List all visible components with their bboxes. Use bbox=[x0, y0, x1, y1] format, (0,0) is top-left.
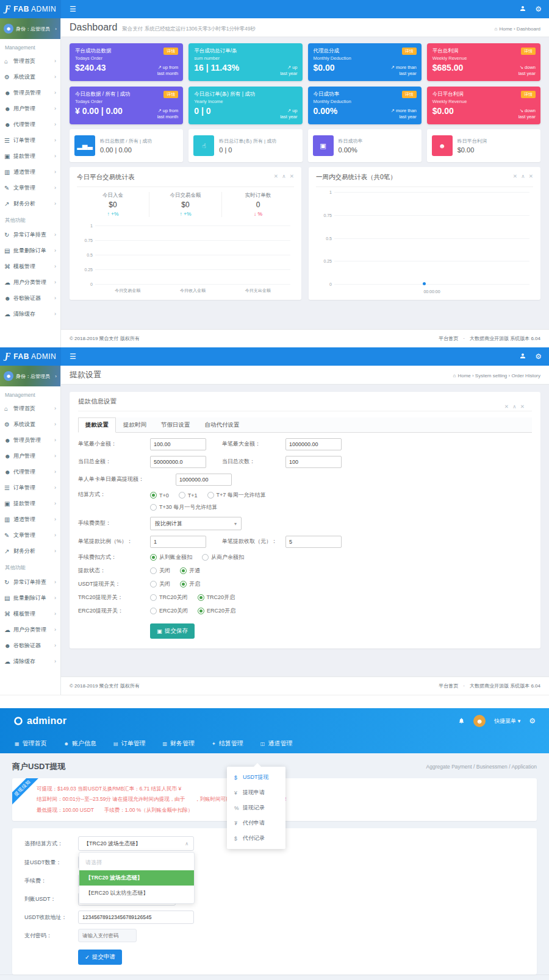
user-icon[interactable] bbox=[519, 5, 526, 14]
sidebar-item[interactable]: ☻ 管理员管理 › bbox=[0, 432, 60, 448]
dropdown-menu-item[interactable]: % 提现记录 bbox=[227, 800, 285, 815]
max-amount-input[interactable] bbox=[285, 438, 342, 450]
save-button[interactable]: ▣提交保存 bbox=[150, 623, 195, 639]
radio-erc20-on[interactable]: ERC20开启 bbox=[198, 607, 235, 615]
avatar[interactable]: ☻ bbox=[473, 715, 486, 727]
nav-item[interactable]: ▤ 订单管理 bbox=[113, 734, 146, 753]
footer-links[interactable]: 平台首页 · 大数据商业开源版 系统版本 6.04 bbox=[439, 335, 540, 342]
stat-card[interactable]: 今日总订单(条) 所有 | 成功 Yearly Income 0 | 0 ↗ u… bbox=[188, 87, 302, 124]
nav-item[interactable]: ◫ 通道管理 bbox=[260, 734, 293, 753]
sidebar-item[interactable]: ⚙ 系统设置 › bbox=[0, 69, 60, 85]
select-option[interactable]: 【ERC20 以太坊生态链】 bbox=[79, 886, 194, 901]
radio-t30[interactable]: T+30 每月一号允许结算 bbox=[150, 503, 217, 511]
sidebar-item[interactable]: ☁ 清除缓存 › bbox=[0, 653, 60, 669]
adminor-brand[interactable]: adminor bbox=[13, 715, 66, 726]
settings-tab[interactable]: 自动代付设置 bbox=[198, 417, 247, 433]
panel-controls[interactable]: ✕ ∧ ✕ bbox=[504, 403, 526, 410]
breadcrumb[interactable]: Aggregate Payment / Businessmen / Applic… bbox=[426, 764, 537, 770]
stat-card[interactable]: 平台成功总订单/条 sum number 16 | 11.43% ↗ uplas… bbox=[188, 43, 302, 81]
sidebar-item[interactable]: ☰ 订单管理 › bbox=[0, 132, 60, 148]
dropdown-menu-item[interactable]: ¥ 提现申请 bbox=[227, 785, 285, 800]
details-badge[interactable]: 详情 bbox=[402, 48, 417, 55]
sidebar-item[interactable]: ☻ 用户管理 › bbox=[0, 101, 60, 116]
stat-card[interactable]: 今日成功率 Monthly Deduction 0.00% 详情 ↗ more … bbox=[308, 87, 422, 124]
pay-password-input[interactable] bbox=[78, 929, 137, 942]
sidebar-user-panel[interactable]: ☻ 身份：总管理员 › bbox=[0, 18, 60, 39]
sidebar-item[interactable]: ↗ 财务分析 › bbox=[0, 543, 60, 559]
nav-item[interactable]: ☻ 账户信息 bbox=[64, 734, 96, 753]
fee-type-select[interactable]: 按比例计算▾ bbox=[150, 517, 242, 530]
sidebar-item[interactable]: ↗ 财务分析 › bbox=[0, 196, 60, 211]
settlement-method-select[interactable]: 【TRC20 波场生态链】 ∧ 请选择【TRC20 波场生态链】【ERC20 以… bbox=[78, 836, 194, 851]
sidebar-item[interactable]: ☻ 谷歌验证器 › bbox=[0, 290, 60, 306]
sidebar-item[interactable]: ☻ 管理员管理 › bbox=[0, 85, 60, 101]
nav-item[interactable]: ▦ 管理首页 bbox=[15, 734, 47, 753]
stat-card[interactable]: 平台总利润 Weekly Revenue $685.00 详情 ↘ downla… bbox=[427, 43, 540, 81]
panel-controls[interactable]: ✕ ∧ ✕ bbox=[274, 173, 295, 179]
settings-tab[interactable]: 提款时间 bbox=[116, 417, 154, 433]
day-total-input[interactable] bbox=[150, 456, 206, 468]
radio-t0[interactable]: T+0 bbox=[150, 492, 169, 499]
radio-t1[interactable]: T+1 bbox=[179, 492, 198, 499]
sidebar-item[interactable]: ⌂ 管理首页 › bbox=[0, 400, 60, 416]
personal-limit-input[interactable] bbox=[176, 474, 232, 486]
details-badge[interactable]: 详情 bbox=[163, 91, 178, 98]
radio-deduct-arrival[interactable]: 从到账金额扣 bbox=[150, 553, 192, 561]
sidebar-item[interactable]: ↻ 异常订单排查 › bbox=[0, 227, 60, 243]
radio-erc20-off[interactable]: ERC20关闭 bbox=[150, 607, 188, 615]
submit-apply-button[interactable]: ✓提交申请 bbox=[78, 950, 122, 965]
radio-t7[interactable]: T+7 每周一允许结算 bbox=[207, 491, 266, 499]
sidebar-item[interactable]: ☻ 代理管理 › bbox=[0, 116, 60, 132]
select-option[interactable]: 请选择 bbox=[79, 855, 194, 870]
panel-controls[interactable]: ✕ ∧ ✕ bbox=[513, 173, 534, 179]
ratio-input[interactable] bbox=[150, 536, 206, 548]
dropdown-menu-item[interactable]: ₮ 代付申请 bbox=[227, 815, 285, 831]
sidebar-item[interactable]: ✎ 文章管理 › bbox=[0, 180, 60, 196]
quick-menu[interactable]: 快捷菜单 ▾ bbox=[494, 717, 520, 725]
footer-links[interactable]: 平台首页 · 大数据商业开源版 系统版本 6.04 bbox=[439, 683, 540, 689]
nav-item[interactable]: ▥ 财务管理 bbox=[163, 734, 195, 753]
day-count-input[interactable] bbox=[285, 456, 342, 468]
radio-usdt-off[interactable]: 关闭 bbox=[150, 580, 170, 588]
sidebar-item[interactable]: ☻ 代理管理 › bbox=[0, 464, 60, 480]
radio-deduct-balance[interactable]: 从商户余额扣 bbox=[202, 553, 244, 561]
sidebar-item[interactable]: ☁ 用户分类管理 › bbox=[0, 274, 60, 290]
sidebar-item[interactable]: ▣ 提款管理 › bbox=[0, 148, 60, 164]
stat-card[interactable]: 平台成功总数据 Todays Order $240.43 详情 ↗ up fro… bbox=[70, 43, 183, 81]
sidebar-item[interactable]: ⌘ 模板管理 › bbox=[0, 606, 60, 622]
stat-card[interactable]: 今日平台利润 Weekly Revenue $0.00 详情 ↘ downlas… bbox=[427, 87, 540, 124]
sidebar-item[interactable]: ⌘ 模板管理 › bbox=[0, 258, 60, 274]
fab-brand[interactable]: Ƒ FAB ADMIN bbox=[0, 0, 61, 18]
dropdown-menu-item[interactable]: $ USDT提现 bbox=[227, 770, 285, 785]
sidebar-item[interactable]: ☁ 用户分类管理 › bbox=[0, 622, 60, 637]
select-option[interactable]: 【TRC20 波场生态链】 bbox=[79, 870, 194, 886]
radio-trc20-off[interactable]: TRC20关闭 bbox=[150, 594, 188, 602]
sidebar-item[interactable]: ⌂ 管理首页 › bbox=[0, 53, 60, 69]
stat-card[interactable]: 今日总数据 / 所有 | 成功 Todays Order ¥ 0.00 | 0.… bbox=[70, 87, 183, 124]
fab-brand[interactable]: Ƒ FAB ADMIN bbox=[0, 347, 61, 366]
radio-usdt-on[interactable]: 开启 bbox=[180, 580, 200, 588]
stat-card[interactable]: 代理总分成 Monthly Deduction $0.00 详情 ↗ more … bbox=[308, 43, 422, 81]
breadcrumb[interactable]: ⌂Home › Dashboard bbox=[495, 26, 540, 32]
bell-icon[interactable] bbox=[458, 717, 465, 725]
sidebar-item[interactable]: ☁ 清除缓存 › bbox=[0, 306, 60, 322]
details-badge[interactable]: 详情 bbox=[521, 91, 536, 98]
settings-gear-icon[interactable]: ⚙ bbox=[535, 352, 542, 361]
min-amount-input[interactable] bbox=[150, 438, 206, 450]
radio-status-off[interactable]: 关闭 bbox=[150, 567, 170, 575]
sidebar-item[interactable]: ↻ 异常订单排查 › bbox=[0, 574, 60, 590]
details-badge[interactable]: 详情 bbox=[163, 48, 178, 55]
sidebar-item[interactable]: ▤ 批量删除订单 › bbox=[0, 243, 60, 258]
settings-gear-icon[interactable]: ⚙ bbox=[529, 717, 536, 725]
settings-tab[interactable]: 提款设置 bbox=[78, 417, 116, 433]
sidebar-item[interactable]: ▥ 通道管理 › bbox=[0, 164, 60, 180]
menu-toggle-icon[interactable]: ☰ bbox=[70, 352, 76, 361]
radio-status-on[interactable]: 开通 bbox=[180, 567, 200, 575]
sidebar-item[interactable]: ▤ 批量删除订单 › bbox=[0, 590, 60, 606]
settings-tab[interactable]: 节假日设置 bbox=[154, 417, 198, 433]
menu-toggle-icon[interactable]: ☰ bbox=[70, 5, 76, 13]
nav-item[interactable]: ✦ 结算管理 bbox=[212, 734, 243, 753]
sidebar-item[interactable]: ☻ 用户管理 › bbox=[0, 448, 60, 464]
settings-gear-icon[interactable]: ⚙ bbox=[535, 5, 542, 13]
sidebar-item[interactable]: ☻ 谷歌验证器 › bbox=[0, 637, 60, 653]
